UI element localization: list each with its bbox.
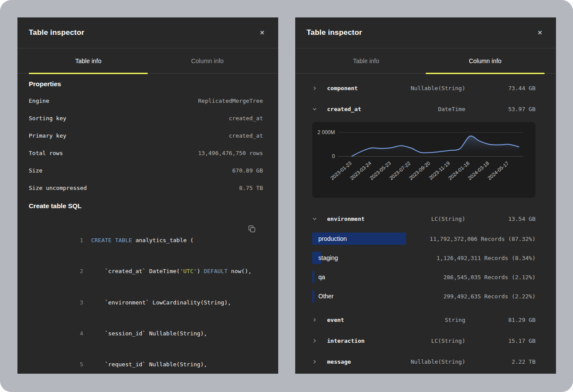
distribution-bar (312, 271, 314, 283)
column-row-created-at[interactable]: created_at DateTime 53.97 GB (295, 98, 556, 119)
distribution-row: Other 299,492,635 Records (2.22%) (295, 287, 556, 306)
chevron-right-icon (312, 338, 317, 343)
column-name: event (327, 317, 344, 323)
line-number: 1 (72, 235, 83, 246)
dialog-header: Table inspector ✕ (295, 17, 556, 48)
column-row-message[interactable]: message Nullable(String) 2.22 TB (295, 351, 556, 372)
svg-text:0: 0 (332, 153, 335, 159)
tab-column-info[interactable]: Column info (148, 48, 267, 73)
sql-code-text: `request_id` Nullable(String), (91, 361, 207, 368)
distribution-bar (312, 290, 314, 302)
svg-text:2024-05-17: 2024-05-17 (487, 160, 510, 181)
remaining-columns: event String 81.29 GB interaction LC(Str… (295, 309, 556, 372)
svg-text:2023-05-23: 2023-05-23 (369, 160, 392, 181)
chevron-right-icon (312, 318, 317, 322)
property-value: ReplicatedMergeTree (198, 98, 263, 104)
column-size: 13.54 GB (508, 216, 535, 222)
close-icon[interactable]: ✕ (258, 28, 266, 37)
svg-text:2023-09-20: 2023-09-20 (408, 160, 431, 181)
distribution-label: Other (318, 290, 334, 302)
distribution-label: qa (318, 271, 325, 283)
distribution-row: staging 1,126,492,311 Records (8.34%) (295, 248, 556, 267)
property-label: Sorting key (29, 115, 66, 122)
property-row: Sorting key created_at (17, 109, 278, 127)
tab-table-info[interactable]: Table info (307, 48, 426, 73)
properties-heading: Properties (29, 79, 267, 89)
svg-text:2024-03-18: 2024-03-18 (467, 160, 490, 181)
property-value: 13,496,476,750 rows (198, 150, 263, 156)
dialog-header: Table inspector ✕ (17, 17, 278, 48)
tab-column-info[interactable]: Column info (426, 48, 545, 73)
svg-text:2023-11-19: 2023-11-19 (428, 160, 450, 180)
column-type: DateTime (438, 106, 465, 112)
distribution-bar-track: qa (312, 271, 420, 283)
column-row-interaction[interactable]: interaction LC(String) 15.17 GB (295, 330, 556, 351)
svg-text:2024-01-18: 2024-01-18 (447, 160, 471, 181)
svg-text:2023-07-22: 2023-07-22 (389, 160, 412, 181)
column-size: 81.29 GB (508, 317, 535, 323)
column-row-environment[interactable]: environment LC(String) 13.54 GB (295, 208, 556, 229)
svg-text:2023-03-24: 2023-03-24 (349, 160, 372, 181)
table-inspector-dialog-table-info: Table inspector ✕ Table info Column info… (17, 17, 278, 374)
close-icon[interactable]: ✕ (535, 28, 544, 37)
sql-code-text: `created_at` DateTime('UTC') DEFAULT now… (91, 268, 252, 274)
sql-code-line: 2 `created_at` DateTime('UTC') DEFAULT n… (17, 256, 278, 287)
distribution-records: 1,126,492,311 Records (8.34%) (437, 255, 535, 261)
column-type: Nullable(String) (411, 358, 465, 365)
column-size: 2.22 TB (512, 358, 535, 365)
property-row: Primary key created_at (17, 127, 278, 144)
line-number: 5 (72, 359, 83, 370)
sql-code-line: 1CREATE TABLE analytics_table ( (17, 225, 278, 256)
sql-code-text: CREATE TABLE analytics_table ( (91, 237, 194, 243)
distribution-row: qa 286,545,035 Records (2.12%) (295, 267, 556, 287)
property-value: created_at (229, 115, 263, 122)
distribution-bar-track: Other (312, 290, 420, 302)
column-type: LC(String) (431, 338, 465, 344)
dialog-title: Table inspector (29, 28, 84, 37)
tab-bar: Table info Column info (17, 48, 278, 74)
line-number: 4 (72, 328, 83, 339)
sql-code-text: `session_id` Nullable(String), (91, 330, 207, 337)
column-row-event[interactable]: event String 81.29 GB (295, 309, 556, 330)
column-name: created_at (327, 106, 361, 112)
column-name: message (327, 358, 351, 365)
table-inspector-dialog-column-info: Table inspector ✕ Table info Column info… (295, 17, 556, 374)
column-type: Nullable(String) (411, 85, 465, 91)
sql-code-line: 5 `request_id` Nullable(String), (17, 349, 278, 374)
sql-code-lines: 1CREATE TABLE analytics_table ( 2 `creat… (17, 225, 278, 374)
distribution-row: production 11,792,372,086 Records (87.32… (295, 229, 556, 248)
property-value: created_at (229, 132, 263, 139)
tab-table-info[interactable]: Table info (29, 48, 148, 73)
distribution-label: production (318, 233, 347, 245)
created-at-trend-chart: 2 000M02023-01-232023-03-242023-05-23202… (312, 122, 535, 198)
distribution-records: 11,792,372,086 Records (87.32%) (430, 236, 535, 242)
sql-code-block: 1CREATE TABLE analytics_table ( 2 `creat… (17, 225, 278, 374)
property-value: 8.75 TB (239, 185, 263, 191)
tab-bar: Table info Column info (295, 48, 556, 74)
distribution-bar-track: production (312, 233, 420, 245)
distribution-bar-track: staging (312, 252, 420, 264)
column-size: 15.17 GB (508, 338, 535, 344)
dialog-title: Table inspector (307, 28, 362, 37)
column-row-component[interactable]: component Nullable(String) 73.44 GB (295, 78, 556, 98)
environment-distribution: production 11,792,372,086 Records (87.32… (295, 229, 556, 306)
chevron-right-icon (312, 86, 317, 91)
column-type: String (445, 317, 465, 323)
distribution-records: 286,545,035 Records (2.12%) (443, 274, 535, 280)
screen-background: Table inspector ✕ Table info Column info… (0, 0, 573, 392)
column-name: component (327, 85, 358, 91)
property-label: Engine (29, 98, 49, 104)
sql-code-text: `environment` LowCardinality(String), (91, 299, 231, 306)
property-label: Size uncompressed (29, 185, 87, 191)
sql-code-line: 3 `environment` LowCardinality(String), (17, 287, 278, 318)
property-label: Total rows (29, 150, 63, 156)
line-number: 2 (72, 266, 83, 277)
line-number: 3 (72, 297, 83, 308)
property-row: Total rows 13,496,476,750 rows (17, 144, 278, 162)
column-size: 73.44 GB (508, 85, 535, 91)
property-value: 670.89 GB (232, 167, 263, 174)
sql-code-line: 4 `session_id` Nullable(String), (17, 318, 278, 349)
copy-icon[interactable] (247, 224, 256, 233)
property-row: Size 670.89 GB (17, 162, 278, 179)
chevron-right-icon (312, 359, 317, 364)
